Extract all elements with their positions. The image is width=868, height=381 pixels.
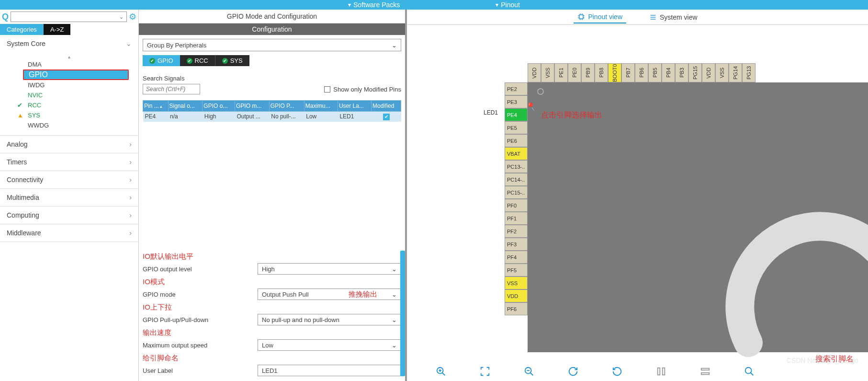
col-modified[interactable]: Modified	[372, 101, 401, 112]
periph-tab-rcc[interactable]: ✔RCC	[180, 55, 215, 66]
search-signals-input[interactable]	[143, 84, 200, 94]
prop-speed-select[interactable]: Low⌄	[258, 339, 401, 351]
chip-pin-top[interactable]: PB7	[621, 63, 635, 82]
prop-output-level-select[interactable]: High⌄	[258, 263, 401, 275]
sidebar-item-nvic[interactable]: NVIC	[0, 90, 138, 100]
svg-point-23	[745, 368, 752, 374]
chip-pin-top[interactable]: VSS	[541, 63, 554, 82]
table-row[interactable]: PE4 n/a High Output ... No pull-... Low …	[143, 112, 401, 122]
search-icon[interactable]: Q	[2, 12, 9, 22]
chevron-down-icon: ⌄	[392, 266, 397, 273]
scrollbar[interactable]	[400, 251, 405, 376]
tab-a-z[interactable]: A->Z	[44, 24, 71, 35]
chip-pin-top[interactable]: PG15	[688, 63, 702, 82]
col-gpio-output[interactable]: GPIO o...	[203, 101, 235, 112]
chip-pin-left[interactable]: PF6	[505, 302, 528, 315]
chip-pin-left[interactable]: PE5	[505, 121, 528, 134]
annotation: 给引脚命名	[143, 354, 401, 363]
chip-pin-left[interactable]: PC15-..	[505, 186, 528, 199]
sidebar-item-dma[interactable]: DMA	[0, 59, 138, 69]
chip-canvas[interactable]: VDDVSSPE1PE0PB9PB8BOOT0PB7PB6PB5PB4PB3PG…	[407, 25, 868, 381]
chip-pin-left[interactable]: VBAT	[505, 147, 528, 160]
chip-pin-left[interactable]: PF0	[505, 199, 528, 212]
tab-categories[interactable]: Categories	[0, 24, 44, 35]
chevron-right-icon: ›	[129, 158, 132, 166]
svg-rect-20	[663, 368, 665, 375]
section-multimedia[interactable]: Multimedia›	[0, 189, 138, 206]
chip-pin-top[interactable]: PB3	[675, 63, 688, 82]
group-by-select[interactable]: Group By Peripherals⌄	[143, 39, 401, 51]
chip-pin-left[interactable]: PF4	[505, 251, 528, 264]
chip-pin-left[interactable]: PE6	[505, 134, 528, 147]
fullscreen-icon[interactable]	[480, 366, 490, 377]
chip-pin-top[interactable]: PB5	[648, 63, 662, 82]
chip-pin-top[interactable]: PG13	[742, 63, 755, 82]
scroll-up-icon[interactable]: ▴	[0, 54, 138, 59]
chip-pin-left[interactable]: PF5	[505, 264, 528, 277]
zoom-out-icon[interactable]	[524, 366, 534, 377]
menu-pinout[interactable]: Pinout	[496, 1, 520, 9]
chip-pin-top[interactable]: PB4	[662, 63, 675, 82]
layers-icon[interactable]	[700, 366, 710, 377]
prop-speed-label: Maximum output speed	[143, 342, 258, 349]
col-gpio-pull[interactable]: GPIO P...	[269, 101, 304, 112]
col-max-output[interactable]: Maximu...	[304, 101, 338, 112]
tab-pinout-view[interactable]: Pinout view	[574, 11, 626, 23]
section-computing[interactable]: Computing›	[0, 207, 138, 224]
chip-pin-left[interactable]: PF2	[505, 225, 528, 238]
annotation: IO上下拉	[143, 303, 401, 312]
search-combo[interactable]: ⌄	[11, 12, 127, 22]
chip-pin-top[interactable]: PB8	[595, 63, 608, 82]
prop-pull-select[interactable]: No pull-up and no pull-down⌄	[258, 314, 401, 325]
chip-pin-left[interactable]: PF3	[505, 238, 528, 251]
sidebar-item-gpio[interactable]: GPIO	[23, 69, 129, 80]
sidebar-item-rcc[interactable]: ✔RCC	[0, 100, 138, 110]
search-pin-icon[interactable]	[744, 366, 755, 377]
col-gpio-mode[interactable]: GPIO m...	[235, 101, 269, 112]
prop-userlabel-input[interactable]: LED1	[258, 365, 401, 376]
menu-software-packs[interactable]: Software Packs	[348, 1, 400, 9]
sidebar-item-iwdg[interactable]: IWDG	[0, 80, 138, 90]
chevron-down-icon: ⌄	[392, 316, 397, 323]
col-pin[interactable]: Pin ...	[143, 101, 169, 112]
chip-pin-top[interactable]: PE1	[554, 63, 568, 82]
col-signal[interactable]: Signal o...	[168, 101, 203, 112]
chip-pin-top[interactable]: VDD	[702, 63, 715, 82]
chip-pin-left[interactable]: VSS	[505, 277, 528, 289]
chip-pin-left[interactable]: PF1	[505, 212, 528, 225]
zoom-in-icon[interactable]	[436, 366, 446, 377]
chip-pin-top[interactable]: PG14	[729, 63, 742, 82]
rotate-cw-icon[interactable]	[568, 366, 578, 377]
sidebar-item-sys[interactable]: ▲SYS	[0, 110, 138, 120]
col-user-label[interactable]: User La...	[338, 101, 371, 112]
section-middleware[interactable]: Middleware›	[0, 224, 138, 242]
section-analog[interactable]: Analog›	[0, 136, 138, 153]
columns-icon[interactable]	[656, 366, 666, 377]
sidebar-item-wwdg[interactable]: WWDG	[0, 120, 138, 130]
chip-pin-top[interactable]: BOOT0	[608, 63, 621, 82]
chip-pin-top[interactable]: PB9	[581, 63, 595, 82]
chip-pin-left[interactable]: VDD	[505, 289, 528, 302]
rotate-ccw-icon[interactable]	[612, 366, 622, 377]
chip-pin-left[interactable]: PC13-..	[505, 160, 528, 173]
chip-orientation-dot	[537, 88, 544, 95]
chip-pin-top[interactable]: PE0	[568, 63, 581, 82]
periph-tab-gpio[interactable]: ✔GPIO	[143, 55, 180, 66]
panel-title: GPIO Mode and Configuration	[139, 10, 405, 23]
chip-pin-top[interactable]: PB6	[635, 63, 648, 82]
section-system-core[interactable]: System Core⌄	[0, 35, 138, 52]
prop-mode-select[interactable]: Output Push Pull⌄	[258, 289, 401, 300]
show-modified-checkbox[interactable]: Show only Modified Pins	[324, 86, 401, 93]
section-timers[interactable]: Timers›	[0, 153, 138, 171]
gear-icon[interactable]: ⚙	[129, 12, 136, 22]
ok-icon: ✔	[187, 58, 192, 64]
chip-pin-left[interactable]: PC14-..	[505, 173, 528, 186]
section-connectivity[interactable]: Connectivity›	[0, 171, 138, 188]
chip-pin-left[interactable]: PE3	[505, 95, 528, 108]
chip-pin-top[interactable]: VDD	[528, 63, 541, 82]
periph-tab-sys[interactable]: ✔SYS	[215, 55, 249, 66]
chip-pin-left[interactable]: PE2	[505, 82, 528, 95]
chip-pin-top[interactable]: VSS	[715, 63, 729, 82]
chip-pin-left[interactable]: PE4	[505, 108, 528, 121]
tab-system-view[interactable]: System view	[645, 12, 701, 23]
